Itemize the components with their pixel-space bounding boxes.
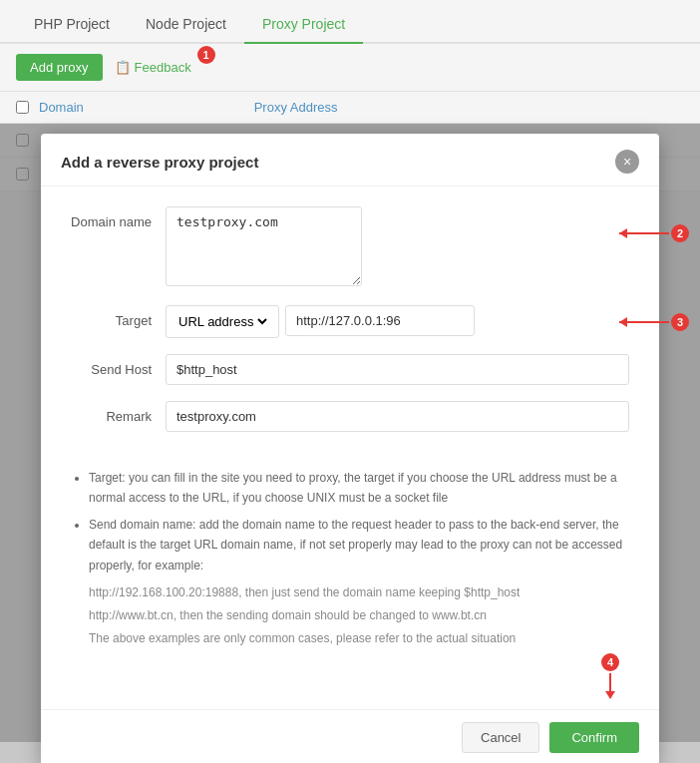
- help-item-1: Target: you can fill in the site you nee…: [89, 468, 629, 509]
- help-examples: http://192.168.100.20:19888, then just s…: [71, 581, 629, 649]
- remark-row: Remark: [71, 401, 629, 432]
- remark-label: Remark: [71, 401, 166, 424]
- target-label: Target: [71, 305, 166, 328]
- annotation-2: 2: [619, 224, 689, 242]
- tab-proxy-project[interactable]: Proxy Project: [244, 6, 363, 44]
- modal-close-button[interactable]: ×: [615, 150, 639, 174]
- feedback-icon: 📋: [115, 60, 131, 75]
- annotation-badge-4: 4: [601, 653, 619, 671]
- domain-name-row: Domain name 2: [71, 206, 629, 289]
- target-row: Target URL address UNIX: [71, 305, 629, 338]
- domain-name-label: Domain name: [71, 206, 166, 229]
- send-host-row: Send Host: [71, 354, 629, 385]
- modal-body: Domain name 2 Target: [41, 187, 659, 468]
- domain-column-header: Domain: [39, 100, 254, 115]
- feedback-button[interactable]: 📋 Feedback: [115, 60, 191, 75]
- cancel-button[interactable]: Cancel: [462, 722, 539, 753]
- confirm-button[interactable]: Confirm: [549, 722, 639, 753]
- modal-title: Add a reverse proxy project: [61, 154, 258, 171]
- tab-bar: PHP Project Node Project Proxy Project: [0, 0, 700, 44]
- send-host-input[interactable]: [166, 354, 629, 385]
- tab-php-project[interactable]: PHP Project: [16, 6, 128, 44]
- target-group: URL address UNIX 3: [166, 305, 629, 338]
- send-host-label: Send Host: [71, 354, 166, 377]
- tab-node-project[interactable]: Node Project: [128, 6, 244, 44]
- select-all-checkbox[interactable]: [16, 101, 29, 114]
- modal-footer: Cancel Confirm: [41, 709, 659, 763]
- help-section: Target: you can fill in the site you nee…: [41, 468, 659, 709]
- annotation-3: 3: [619, 313, 689, 331]
- help-item-2: Send domain name: add the domain name to…: [89, 515, 629, 575]
- table-header: Domain Proxy Address: [0, 92, 700, 124]
- annotation-badge-1: 1: [197, 46, 215, 64]
- domain-name-input[interactable]: [166, 206, 362, 286]
- page-background: Add a reverse proxy project × Domain nam…: [0, 124, 700, 742]
- target-type-dropdown[interactable]: URL address UNIX: [175, 313, 270, 330]
- help-example-1: http://192.168.100.20:19888, then just s…: [89, 581, 629, 604]
- help-list: Target: you can fill in the site you nee…: [71, 468, 629, 575]
- target-type-select[interactable]: URL address UNIX: [166, 305, 279, 338]
- help-example-2: http://www.bt.cn, then the sending domai…: [89, 604, 629, 627]
- modal-header: Add a reverse proxy project ×: [41, 134, 659, 187]
- remark-input[interactable]: [166, 401, 629, 432]
- modal-dialog: Add a reverse proxy project × Domain nam…: [41, 134, 659, 763]
- add-proxy-button[interactable]: Add proxy: [16, 54, 103, 81]
- annotation-4-container: 4: [71, 653, 629, 693]
- modal-overlay: Add a reverse proxy project × Domain nam…: [0, 124, 700, 742]
- help-example-3: The above examples are only common cases…: [89, 627, 629, 650]
- annotation-badge-2: 2: [671, 224, 689, 242]
- annotation-badge-3: 3: [671, 313, 689, 331]
- proxy-column-header: Proxy Address: [254, 100, 684, 115]
- target-url-input[interactable]: [285, 305, 475, 336]
- annotation-4: 4: [601, 653, 619, 693]
- toolbar: Add proxy 📋 Feedback 1: [0, 44, 700, 92]
